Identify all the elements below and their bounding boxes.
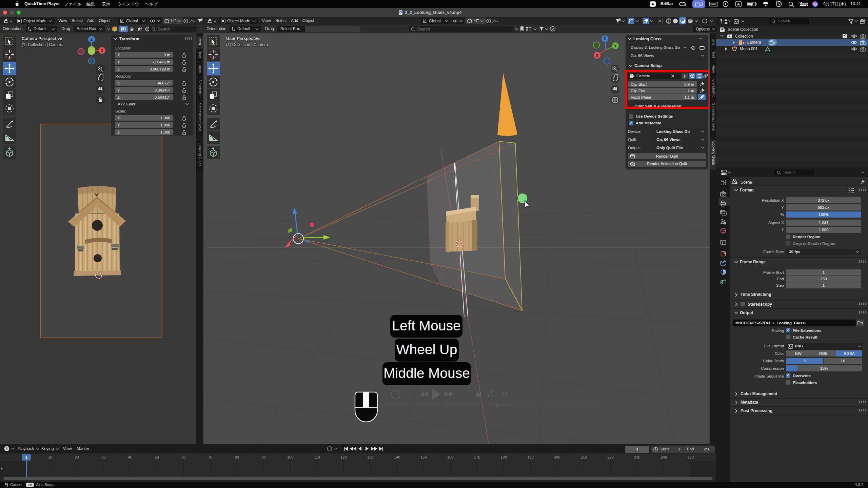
svg-text:1: 1 — [25, 455, 27, 460]
svg-text:20: 20 — [75, 455, 79, 459]
svg-text:140: 140 — [394, 455, 400, 459]
svg-text:A: A — [737, 2, 740, 6]
svg-text:70: 70 — [208, 455, 212, 459]
svg-text:200: 200 — [554, 455, 560, 459]
svg-text:X: X — [101, 49, 103, 53]
svg-text:06:08: 06:08 — [495, 403, 506, 408]
svg-text:150: 150 — [420, 455, 427, 459]
svg-text:Z: Z — [604, 37, 606, 41]
svg-text:80: 80 — [235, 455, 239, 459]
svg-text:180: 180 — [501, 455, 507, 459]
svg-text:Z: Z — [91, 38, 93, 41]
svg-text:190: 190 — [527, 455, 533, 459]
svg-text:60: 60 — [181, 455, 185, 459]
svg-text:210: 210 — [581, 455, 587, 459]
svg-text:40: 40 — [128, 455, 132, 459]
svg-text:160: 160 — [447, 455, 453, 459]
svg-text:170: 170 — [474, 455, 480, 459]
svg-text:120: 120 — [340, 455, 347, 459]
svg-text:50: 50 — [155, 455, 159, 459]
svg-text:250: 250 — [687, 455, 693, 459]
svg-text:220: 220 — [607, 455, 613, 459]
svg-text:230: 230 — [634, 455, 640, 459]
svg-text:30: 30 — [101, 455, 105, 459]
svg-text:100: 100 — [287, 455, 293, 459]
svg-text:110: 110 — [314, 455, 320, 459]
svg-text:10: 10 — [48, 455, 52, 459]
svg-text:90: 90 — [261, 455, 265, 459]
svg-text:130: 130 — [367, 455, 373, 459]
svg-text:240: 240 — [661, 455, 667, 459]
svg-text:X: X — [596, 54, 598, 57]
